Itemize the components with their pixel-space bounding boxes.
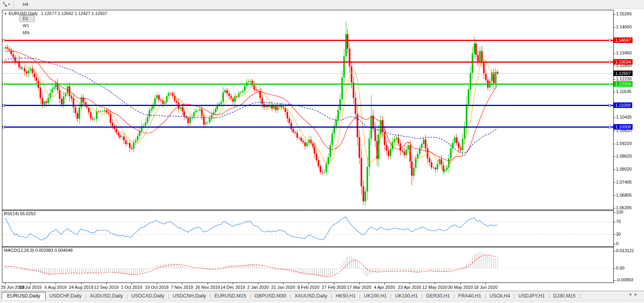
price-tick-label: 1.12235	[616, 76, 632, 81]
tab-gbpusd-m30[interactable]: GBPUSD,M30	[251, 293, 290, 299]
collapse-arrow-icon[interactable]: ▼	[4, 12, 7, 16]
macd-tick-label: -0.00893	[616, 277, 633, 282]
tab-usdchf-daily[interactable]: USDCHF,Daily	[46, 293, 85, 299]
price-tick-label: 1.09220	[616, 141, 632, 146]
price-tick-label: 1.08020	[616, 167, 632, 171]
timeframe-button-d1[interactable]: D1	[19, 15, 35, 22]
macd-indicator-label: MACD(12,26,9) 0.002983 0.004048	[4, 248, 72, 253]
date-tick-label: 21 Jan 2020	[271, 285, 295, 290]
price-tick-label: 1.06805	[616, 193, 632, 197]
date-tick-label: 26 Nov 2019	[195, 285, 220, 290]
rsi-tick-label: 30	[616, 232, 621, 236]
date-tick-label: 8 Feb 2020	[297, 285, 319, 290]
tab-scroll-right-icon[interactable]: ►	[634, 292, 640, 296]
crosshair-tool-icon[interactable]	[2, 2, 7, 7]
tab-audusd-daily[interactable]: AUDUSD,Daily	[86, 293, 126, 299]
tab-hk50-h1[interactable]: HK50,H1	[332, 293, 359, 299]
tab-eurusd-daily[interactable]: EURUSD,Daily	[2, 292, 46, 300]
timeframe-button-h4[interactable]: H4	[19, 1, 35, 8]
tab-usdcnh-daily[interactable]: USDCNH,Daily	[169, 293, 210, 299]
tab-bar-bottom-strip	[0, 300, 644, 303]
macd-tick-label: 0.00	[616, 266, 624, 270]
tab-ger30-h1[interactable]: GER30,H1	[423, 293, 453, 299]
date-tick-label: 17 Mar 2020	[347, 285, 371, 290]
price-tick-label: 1.15265	[616, 11, 632, 16]
current-price-badge: 1.12507	[614, 71, 633, 76]
chart-ohlc-values: 1.12577 1.12662 1.12427 1.12507	[41, 11, 107, 16]
date-tick-label: 18 Jul 2019	[19, 285, 42, 290]
date-tick-label: 14 Dec 2019	[221, 285, 245, 290]
toolbar-grip-handle[interactable]	[13, 2, 16, 7]
price-tick-label: 1.11635	[616, 89, 631, 94]
rsi-tick-label: 70	[616, 219, 621, 224]
tab-eurusd-m15[interactable]: EURUSD,M15	[211, 293, 250, 299]
price-tick-label: 1.07405	[616, 180, 632, 184]
tab-usoil-h4[interactable]: USOil,H4	[486, 293, 514, 299]
tab-usdjpy-h1[interactable]: USDJPY,H1	[515, 293, 548, 299]
tab-uk100-h1[interactable]: UK100,H1	[360, 293, 390, 299]
date-tick-label: 27 Feb 2020	[322, 285, 346, 290]
rsi-tick-label: 100	[616, 210, 623, 214]
tab-dj30-m15[interactable]: DJ30,M15	[549, 293, 579, 299]
tab-fra40-h1[interactable]: FRA40,H1	[455, 293, 484, 299]
date-tick-label: 6 Aug 2019	[45, 285, 67, 290]
timeframe-toolbar: ▾ M1M5M15M30H1H4D1W1MN	[0, 0, 644, 9]
rsi-indicator-label: RSI(14) 55.6252	[4, 211, 36, 216]
price-tick-label: 1.13450	[616, 50, 632, 55]
date-tick-label: 19 Oct 2019	[145, 285, 169, 290]
timeframe-buttons-group: M1M5M15M30H1H4D1W1MN	[19, 0, 35, 43]
price-tick-label: 1.10435	[616, 115, 632, 119]
timeframe-button-mn[interactable]: MN	[19, 29, 35, 36]
chart-tab-bar: EURUSD,DailyUSDCHF,Daily|AUDUSD,Daily|US…	[0, 291, 644, 300]
date-tick-label: 7 Nov 2019	[171, 285, 193, 290]
tab-uk100-h1[interactable]: UK100,H1	[392, 293, 421, 299]
date-tick-label: 24 Aug 2019	[69, 285, 93, 290]
date-tick-label: 23 Apr 2020	[398, 285, 421, 290]
price-level-badge: 1.12004	[614, 81, 633, 87]
price-tick-label: 1.14650	[616, 24, 632, 29]
date-tick-label: 4 Apr 2020	[374, 285, 395, 290]
date-tick-label: 12 Sep 2019	[94, 285, 119, 290]
date-tick-label: 1 Oct 2019	[121, 285, 142, 290]
macd-tick-label: 0.013121	[616, 248, 634, 253]
price-tick-label: 1.08620	[616, 154, 632, 158]
tab-scroll-left-icon[interactable]: ◄	[628, 292, 634, 296]
date-tick-label: 18 Jun 2020	[474, 285, 498, 290]
date-tick-label: 12 May 2020	[422, 285, 447, 290]
tab-scroll-arrows: ◄►	[628, 292, 640, 296]
price-chart-canvas[interactable]	[0, 0, 644, 303]
date-tick-label: 2 Jan 2020	[247, 285, 269, 290]
price-level-badge: 1.14047	[614, 37, 633, 43]
rsi-tick-label: 0	[616, 241, 618, 246]
price-level-badge: 1.11009	[614, 102, 632, 108]
date-tick-label: 30 May 2020	[448, 285, 473, 290]
tab-xauusd-daily[interactable]: XAUUSD,Daily	[291, 293, 331, 299]
price-level-badge: 1.13034	[614, 59, 633, 65]
tab-usdcad-daily[interactable]: USDCAD,Daily	[128, 293, 168, 299]
timeframe-button-w1[interactable]: W1	[19, 22, 35, 29]
price-level-badge: 1.10008	[614, 124, 633, 130]
chevron-down-icon[interactable]: ▾	[8, 2, 10, 6]
tab-separator: |	[579, 293, 580, 299]
